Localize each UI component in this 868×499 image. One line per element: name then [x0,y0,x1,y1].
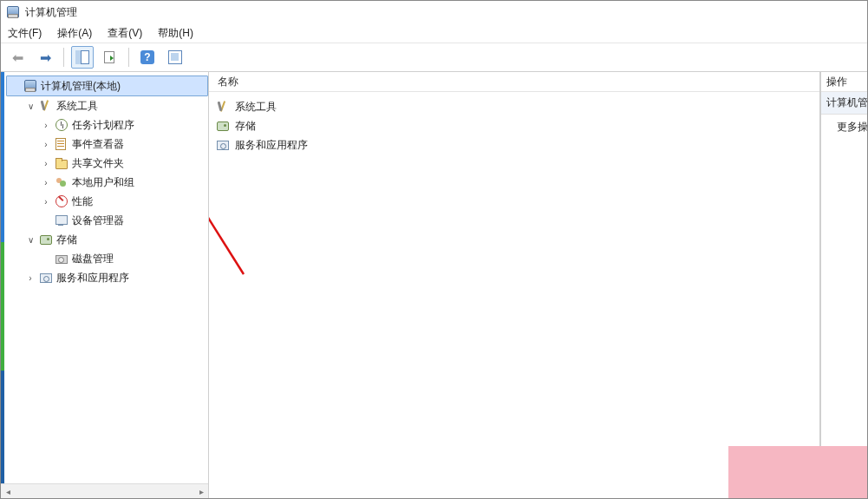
clock-icon [55,118,69,132]
list-body: 系统工具 存储 服务和应用程序 [209,92,819,498]
actions-pane: 操作 计算机管理(本地) 更多操作 [820,72,867,498]
menu-action[interactable]: 操作(A) [57,26,92,41]
list-header-label: 名称 [218,75,238,89]
list-column-header-name[interactable]: 名称 [209,72,819,92]
expander-icon[interactable]: › [41,177,51,187]
help-button[interactable] [136,46,159,69]
expander-icon[interactable]: ∨ [25,234,36,245]
tree-root-label: 计算机管理(本地) [41,79,121,94]
expander-icon[interactable]: › [25,272,36,283]
services-icon [216,138,230,152]
menu-file[interactable]: 文件(F) [8,26,42,41]
tree-node-local-users-groups[interactable]: › 本地用户和组 [37,173,208,192]
event-log-icon [55,137,69,151]
window-title: 计算机管理 [25,5,77,20]
list-item[interactable]: 服务和应用程序 [216,135,813,154]
export-list-button[interactable] [99,46,121,69]
expander-icon[interactable]: ∨ [25,101,36,111]
tree-node-task-scheduler[interactable]: › 任务计划程序 [37,115,208,135]
annotation-overlay-box [728,446,867,498]
services-icon [39,271,53,285]
expander-icon[interactable]: › [41,158,51,168]
computer-mgmt-icon [23,79,37,93]
tree-node-device-manager[interactable]: 设备管理器 [37,211,208,230]
toolbar-separator [63,48,64,67]
tree-node-performance[interactable]: › 性能 [37,192,208,211]
tools-icon [39,99,53,113]
users-groups-icon [55,175,69,189]
toolbar: ⬅ ➡ [1,43,867,72]
tree-label: 任务计划程序 [72,118,134,133]
tree-label: 性能 [72,194,93,209]
tree-pane: 计算机管理(本地) ∨ 系统工具 › [1,72,209,498]
storage-icon [216,119,230,133]
tree-label: 系统工具 [56,99,98,114]
disk-icon [55,252,69,266]
arrow-left-icon: ⬅ [12,49,23,66]
help-icon [140,50,154,64]
storage-icon [39,233,53,246]
toolbar-separator [128,48,129,67]
list-pane: 名称 系统工具 存储 服务和应用程序 [209,72,820,498]
list-item-label: 系统工具 [235,100,277,115]
app-icon [6,5,20,19]
tree-node-system-tools[interactable]: ∨ 系统工具 [22,96,208,115]
shared-folder-icon [55,156,69,170]
tree-horizontal-scrollbar[interactable]: ◂ ▸ [1,483,208,498]
list-item[interactable]: 系统工具 [216,97,813,116]
scroll-right-icon[interactable]: ▸ [194,484,208,498]
expander-icon[interactable]: › [41,196,51,207]
app-window: 计算机管理 文件(F) 操作(A) 查看(V) 帮助(H) ⬅ ➡ [0,0,868,499]
expander-icon[interactable]: › [41,139,51,149]
export-icon [103,50,117,64]
actions-section-title-label: 计算机管理(本地) [826,96,867,108]
actions-section-title: 计算机管理(本地) [821,92,867,115]
actions-more[interactable]: 更多操作 [821,115,867,140]
tree-node-shared-folders[interactable]: › 共享文件夹 [37,154,208,173]
tree-label: 本地用户和组 [72,175,134,190]
tree-node-storage[interactable]: ∨ 存储 [22,230,208,249]
body: 计算机管理(本地) ∨ 系统工具 › [1,72,867,498]
tree-root[interactable]: 计算机管理(本地) [6,76,208,96]
performance-icon [55,194,69,208]
device-manager-icon [55,213,69,227]
list-item-label: 存储 [235,119,256,134]
two-pane-icon [75,50,89,64]
expander-icon[interactable]: › [41,120,51,130]
action-pane-icon [168,50,182,64]
show-hide-tree-button[interactable] [71,46,94,69]
svg-line-0 [209,134,244,274]
menubar: 文件(F) 操作(A) 查看(V) 帮助(H) [1,23,867,43]
tree-label: 共享文件夹 [72,156,124,171]
show-hide-action-pane-button[interactable] [164,46,186,69]
nav-forward-button[interactable]: ➡ [34,46,56,69]
nav-back-button[interactable]: ⬅ [6,46,29,69]
menu-view[interactable]: 查看(V) [108,26,142,41]
tree-node-disk-management[interactable]: 磁盘管理 [37,249,208,268]
tree-label: 服务和应用程序 [56,271,129,286]
scroll-left-icon[interactable]: ◂ [1,484,15,498]
tree-label: 设备管理器 [72,213,124,228]
list-item[interactable]: 存储 [216,116,813,135]
tree-label: 存储 [56,233,77,247]
tools-icon [216,100,230,114]
tree-label: 事件查看器 [72,137,124,152]
tree-label: 磁盘管理 [72,252,114,266]
menu-help[interactable]: 帮助(H) [158,26,193,41]
actions-pane-header: 操作 [821,72,867,92]
actions-header-label: 操作 [826,75,847,89]
tree-node-event-viewer[interactable]: › 事件查看器 [37,135,208,154]
list-item-label: 服务和应用程序 [235,138,308,153]
actions-more-label: 更多操作 [837,121,867,133]
tree-node-services-apps[interactable]: › 服务和应用程序 [22,268,208,287]
titlebar: 计算机管理 [1,1,867,23]
arrow-right-icon: ➡ [40,49,51,66]
